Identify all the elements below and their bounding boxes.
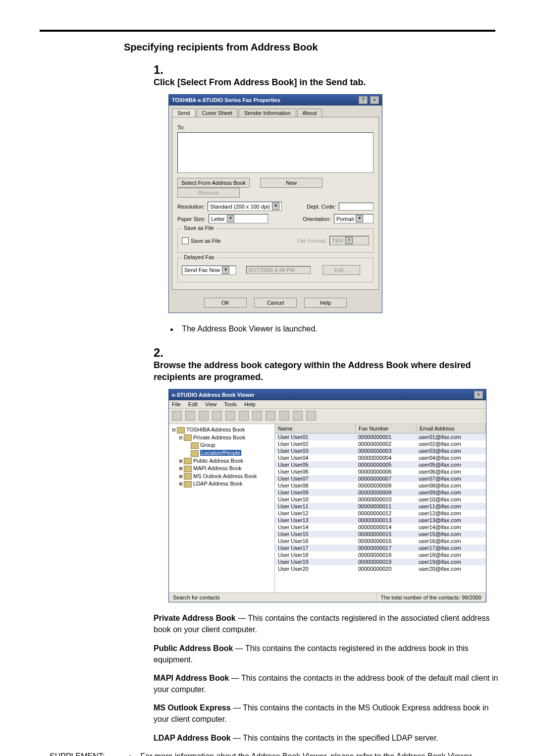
save-as-file-checkbox[interactable] xyxy=(182,237,189,244)
table-row[interactable]: User User1800000000018user18@ifax.com xyxy=(275,551,486,558)
close-icon[interactable]: × xyxy=(474,391,483,399)
save-as-file-label: Save as File xyxy=(191,238,221,244)
cell-email: user20@ifax.com xyxy=(416,565,486,572)
cell-name: User User01 xyxy=(275,433,355,440)
orientation-label: Orientation: xyxy=(303,216,331,222)
table-row[interactable]: User User1000000000010user10@ifax.com xyxy=(275,496,486,503)
tab-cover-sheet[interactable]: Cover Sheet xyxy=(197,108,238,117)
ldap-title: LDAP Address Book xyxy=(154,734,231,742)
file-format-label: File Format: xyxy=(297,238,326,244)
toolbar-icon[interactable] xyxy=(212,411,222,421)
delayed-fax-dropdown[interactable]: Send Fax Now▼ xyxy=(182,266,236,275)
table-row[interactable]: User User1900000000019user19@ifax.com xyxy=(275,558,486,565)
table-row[interactable]: User User2000000000020user20@ifax.com xyxy=(275,565,486,572)
dept-code-input[interactable] xyxy=(339,203,374,211)
table-row[interactable]: User User0500000000005user05@ifax.com xyxy=(275,461,486,468)
table-row[interactable]: User User0600000000006user06@ifax.com xyxy=(275,468,486,475)
cell-fax: 00000000017 xyxy=(355,544,416,551)
menu-edit[interactable]: Edit xyxy=(188,401,198,407)
cell-email: user12@ifax.com xyxy=(416,510,486,517)
cell-name: User User16 xyxy=(275,538,355,544)
table-row[interactable]: User User1400000000014user14@ifax.com xyxy=(275,524,486,531)
chevron-down-icon: ▼ xyxy=(272,203,279,210)
toolbar-icon[interactable] xyxy=(293,411,303,421)
table-row[interactable]: User User0300000000003user03@ifax.com xyxy=(275,447,486,454)
table-row[interactable]: User User1300000000013user13@ifax.com xyxy=(275,517,486,524)
recipients-listbox[interactable] xyxy=(177,132,374,173)
ldap-body: — This contains the contacts in the spec… xyxy=(231,734,438,742)
table-row[interactable]: User User1700000000017user17@ifax.com xyxy=(275,544,486,551)
private-title: Private Address Book xyxy=(154,614,236,622)
cell-fax: 00000000019 xyxy=(355,558,416,565)
tree-ms-outlook[interactable]: MS Outlook Address Book xyxy=(193,473,257,479)
select-from-address-book-button[interactable]: Select From Address Book xyxy=(177,178,250,188)
remove-button[interactable]: Remove xyxy=(177,188,240,198)
table-row[interactable]: User User0700000000007user07@ifax.com xyxy=(275,475,486,482)
table-row[interactable]: User User0200000000002user02@ifax.com xyxy=(275,440,486,447)
cell-fax: 00000000012 xyxy=(355,510,416,517)
menu-tools[interactable]: Tools xyxy=(224,401,237,407)
help-icon[interactable]: ? xyxy=(359,96,368,104)
cell-email: user14@ifax.com xyxy=(416,524,486,531)
menu-file[interactable]: File xyxy=(172,401,181,407)
toolbar-icon[interactable] xyxy=(252,411,262,421)
toolbar-icon[interactable] xyxy=(306,411,316,421)
cell-name: User User02 xyxy=(275,440,355,447)
menu-help[interactable]: Help xyxy=(244,401,256,407)
cell-fax: 00000000011 xyxy=(355,503,416,510)
tree-public[interactable]: Public Address Book xyxy=(193,458,243,464)
cell-fax: 00000000002 xyxy=(355,440,416,447)
tab-about[interactable]: About xyxy=(297,108,322,117)
tree-mapi[interactable]: MAPI Address Book xyxy=(193,465,242,471)
folder-icon xyxy=(184,434,192,441)
resolution-dropdown[interactable]: Standard (200 x 100 dpi)▼ xyxy=(208,202,282,211)
cell-fax: 00000000008 xyxy=(355,482,416,489)
tree-private[interactable]: Private Address Book xyxy=(193,434,245,440)
cell-fax: 00000000015 xyxy=(355,531,416,538)
delayed-fax-legend: Delayed Fax xyxy=(182,254,216,260)
col-fax[interactable]: Fax Number xyxy=(356,424,417,433)
toolbar-icon[interactable] xyxy=(185,411,195,421)
ok-button[interactable]: OK xyxy=(204,298,247,308)
table-row[interactable]: User User1200000000012user12@ifax.com xyxy=(275,510,486,517)
cell-name: User User20 xyxy=(275,565,355,572)
col-name[interactable]: Name xyxy=(275,424,356,433)
save-as-file-group: Save as File Save as File File Format: T… xyxy=(177,228,374,253)
menu-view[interactable]: View xyxy=(205,401,217,407)
toolbar-icon[interactable] xyxy=(225,411,235,421)
toolbar-icon[interactable] xyxy=(279,411,289,421)
tree-ldap[interactable]: LDAP Address Book xyxy=(193,481,242,486)
contacts-list[interactable]: Name Fax Number Email Address User User0… xyxy=(275,424,486,593)
toolbar-icon[interactable] xyxy=(239,411,249,421)
table-row[interactable]: User User0900000000009user09@ifax.com xyxy=(275,489,486,496)
cell-email: user11@ifax.com xyxy=(416,503,486,510)
group-icon xyxy=(191,442,199,449)
table-row[interactable]: User User1600000000016user16@ifax.com xyxy=(275,538,486,544)
cell-email: user03@ifax.com xyxy=(416,447,486,454)
toolbar-icon[interactable] xyxy=(199,411,209,421)
help-button[interactable]: Help xyxy=(304,298,347,308)
cell-name: User User18 xyxy=(275,551,355,558)
tree-location-people[interactable]: Location/People xyxy=(200,450,241,456)
cancel-button[interactable]: Cancel xyxy=(254,298,297,308)
table-row[interactable]: User User0800000000008user08@ifax.com xyxy=(275,482,486,489)
close-icon[interactable]: × xyxy=(370,96,379,104)
tab-send[interactable]: Send xyxy=(172,108,196,117)
cell-fax: 00000000003 xyxy=(355,447,416,454)
cell-email: user05@ifax.com xyxy=(416,461,486,468)
tab-sender-info[interactable]: Sender Information xyxy=(239,108,296,117)
table-row[interactable]: User User0400000000004user04@ifax.com xyxy=(275,454,486,461)
paper-size-dropdown[interactable]: Letter▼ xyxy=(209,214,268,223)
tree-pane[interactable]: ⊟TOSHIBA Address Book ⊟Private Address B… xyxy=(169,424,275,593)
table-row[interactable]: User User0100000000001user01@ifax.com xyxy=(275,433,486,440)
status-right: The total number of the contacts: 99/200… xyxy=(376,593,486,602)
toolbar-icon[interactable] xyxy=(266,411,275,421)
tree-root[interactable]: TOSHIBA Address Book xyxy=(186,427,245,432)
table-row[interactable]: User User1100000000011user11@ifax.com xyxy=(275,503,486,510)
col-email[interactable]: Email Address xyxy=(417,424,486,433)
orientation-dropdown[interactable]: Portrait▼ xyxy=(334,214,374,223)
table-row[interactable]: User User1500000000015user15@ifax.com xyxy=(275,531,486,538)
tree-group[interactable]: Group xyxy=(200,442,215,448)
toolbar-icon[interactable] xyxy=(172,411,182,421)
new-button[interactable]: New xyxy=(260,178,322,188)
